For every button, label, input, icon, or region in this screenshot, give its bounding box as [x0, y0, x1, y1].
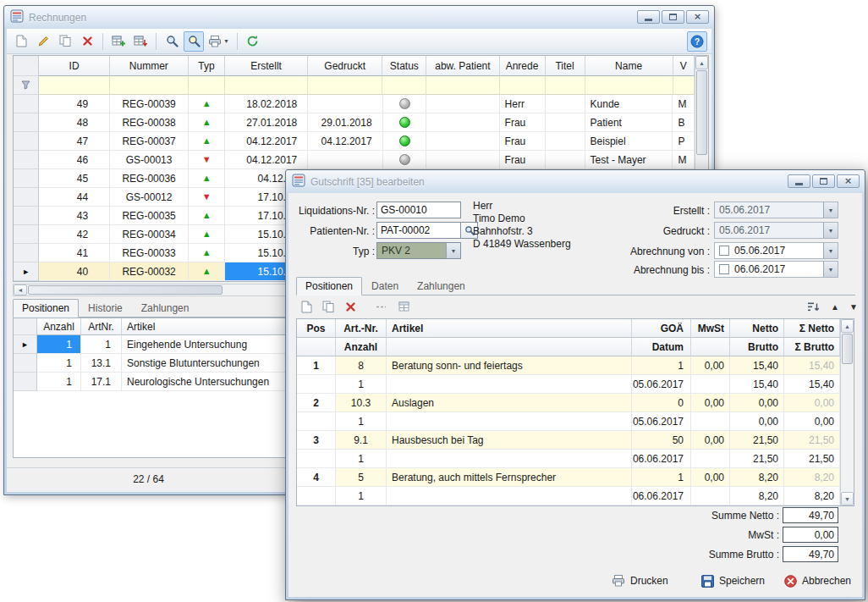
col-header-gedruckt[interactable]: Gedruckt	[308, 56, 382, 76]
cell-abw-patient[interactable]	[426, 132, 499, 151]
col-header-brutto[interactable]: Brutto	[730, 338, 784, 356]
move-up-button[interactable]: ▲	[825, 296, 845, 317]
cell-anrede[interactable]: Frau	[500, 113, 546, 132]
cell-summe-brutto[interactable]: 8,20	[784, 487, 840, 505]
copy-button[interactable]	[55, 31, 75, 52]
cell-summe-netto[interactable]: 8,20	[784, 468, 840, 487]
cell-pos[interactable]	[297, 487, 336, 505]
cell-vorname[interactable]: M	[673, 151, 695, 169]
chevron-down-icon[interactable]: ▼	[823, 243, 838, 258]
cell-artnr[interactable]: 10.3	[336, 394, 387, 412]
cell-typ[interactable]	[189, 95, 225, 113]
col-header-mwst[interactable]: MwSt	[691, 319, 730, 338]
cell-name[interactable]: Kunde	[585, 95, 673, 113]
cell-artikel[interactable]	[387, 412, 632, 431]
col-header-id[interactable]: ID	[39, 56, 109, 76]
filter-status[interactable]	[382, 76, 426, 95]
filter-nummer[interactable]	[110, 76, 189, 95]
cell-id[interactable]: 40	[39, 262, 110, 281]
invoice-row[interactable]: 49 REG-00039 18.02.2018 Herr Kunde M	[14, 95, 695, 113]
invoice-row[interactable]: 47 REG-00037 04.12.2017 04.12.2017 Frau …	[14, 132, 695, 151]
scroll-up-button[interactable]: ▲	[695, 56, 708, 69]
col-header-anzahl[interactable]: Anzahl	[336, 338, 387, 356]
cell-mwst[interactable]	[691, 412, 730, 431]
cell-summe-brutto[interactable]: 21,50	[784, 450, 840, 468]
cell-nummer[interactable]: REG-00033	[110, 244, 189, 262]
col-header-artnr[interactable]: Art.-Nr.	[336, 319, 387, 338]
invoice-row[interactable]: 46 GS-00013 04.12.2017 Frau Test - Mayer…	[14, 151, 695, 169]
table-export-button[interactable]	[130, 31, 151, 52]
filter-abw-patient[interactable]	[426, 76, 499, 95]
cell-netto[interactable]: 21,50	[730, 431, 784, 450]
cell-goa[interactable]: 50	[632, 431, 691, 450]
cell-anzahl-selected[interactable]: 1	[37, 335, 81, 354]
filter-vorname[interactable]	[673, 76, 695, 95]
cell-erstellt[interactable]: 04.12.2017	[225, 132, 308, 151]
cell-status[interactable]	[383, 95, 427, 113]
col-header-name[interactable]: Name	[585, 56, 673, 76]
col-header-erstellt[interactable]: Erstellt	[225, 56, 308, 76]
cell-datum[interactable]: 06.06.2017	[632, 487, 691, 505]
cell-artikel[interactable]: Beratung sonn- und feiertags	[387, 356, 632, 375]
col-header-status[interactable]: Status	[382, 56, 426, 76]
abrechnung-von-checkbox[interactable]	[719, 246, 729, 256]
cell-id[interactable]: 46	[39, 151, 110, 169]
cell-anzahl[interactable]: 1	[336, 450, 387, 468]
col-header-goa[interactable]: GOÄ	[632, 319, 691, 338]
minimize-button[interactable]	[637, 10, 660, 24]
col-header-artnr[interactable]: ArtNr.	[81, 318, 122, 335]
cell-artnr[interactable]: 17.1	[81, 373, 122, 391]
cell-summe-brutto[interactable]: 15,40	[784, 375, 840, 394]
col-header-summe-brutto[interactable]: Σ Brutto	[784, 338, 840, 356]
chevron-down-icon[interactable]: ▼	[823, 202, 838, 218]
cell-vorname[interactable]: B	[673, 113, 695, 132]
cell-id[interactable]: 43	[39, 207, 110, 225]
cell-erstellt[interactable]: 04.12.2017	[225, 151, 308, 169]
cell-gedruckt[interactable]: 04.12.2017	[308, 132, 382, 151]
cell-mwst[interactable]	[691, 487, 730, 505]
col-header-abw-patient[interactable]: abw. Patient	[426, 56, 499, 76]
cell-nummer[interactable]: GS-00013	[110, 151, 189, 169]
cell-status[interactable]	[383, 132, 427, 151]
col-header-anzahl[interactable]: Anzahl	[37, 318, 81, 335]
cell-erstellt[interactable]: 18.02.2018	[225, 95, 308, 113]
minimize-button[interactable]	[788, 174, 810, 188]
cell-netto[interactable]: 8,20	[730, 468, 784, 487]
cell-brutto[interactable]: 15,40	[730, 375, 784, 394]
tab-zahlungen[interactable]: Zahlungen	[408, 277, 475, 295]
cell-netto[interactable]: 0,00	[730, 394, 784, 412]
cell-anrede[interactable]: Frau	[500, 151, 546, 169]
patienten-input[interactable]	[376, 222, 461, 239]
cell-numm er[interactable]: REG-00037	[110, 132, 189, 151]
edit-button[interactable]	[33, 31, 53, 52]
cell-typ[interactable]	[189, 244, 225, 262]
cell-artikel[interactable]	[387, 450, 632, 468]
cell-id[interactable]: 41	[39, 244, 110, 262]
col-header-pos[interactable]: Pos	[297, 319, 336, 338]
search-button[interactable]	[162, 31, 182, 52]
abbrechen-button[interactable]: Abbrechen	[781, 572, 854, 590]
cell-artikel[interactable]: Auslagen	[387, 394, 632, 412]
cell-typ[interactable]	[189, 188, 225, 207]
cell-id[interactable]: 45	[39, 169, 110, 188]
cell-gedruckt[interactable]	[308, 151, 382, 169]
print-dropdown-caret[interactable]: ▼	[223, 38, 229, 44]
cell-typ[interactable]	[189, 132, 225, 151]
delete-button[interactable]	[77, 31, 97, 52]
cell-abw-patient[interactable]	[426, 151, 499, 169]
cell-netto[interactable]: 15,40	[730, 356, 784, 375]
liquidations-input[interactable]	[376, 202, 461, 218]
abrechnung-bis-checkbox[interactable]	[719, 264, 729, 274]
new-position-button[interactable]	[296, 296, 316, 317]
position-row[interactable]: 4 5 Beratung, auch mittels Fernsprecher …	[297, 468, 840, 487]
cell-typ[interactable]	[189, 225, 225, 244]
cell-id[interactable]: 47	[39, 132, 110, 151]
cell-nummer[interactable]: REG-00035	[110, 207, 189, 225]
chevron-down-icon[interactable]: ▼	[823, 262, 838, 277]
scrollbar-thumb[interactable]	[28, 285, 222, 295]
cell-goa[interactable]: 1	[632, 356, 691, 375]
help-button[interactable]: ?	[687, 31, 707, 52]
table-add-button[interactable]	[108, 31, 129, 52]
cell-nummer[interactable]: REG-00039	[110, 95, 189, 113]
tab-historie[interactable]: Historie	[79, 299, 132, 318]
